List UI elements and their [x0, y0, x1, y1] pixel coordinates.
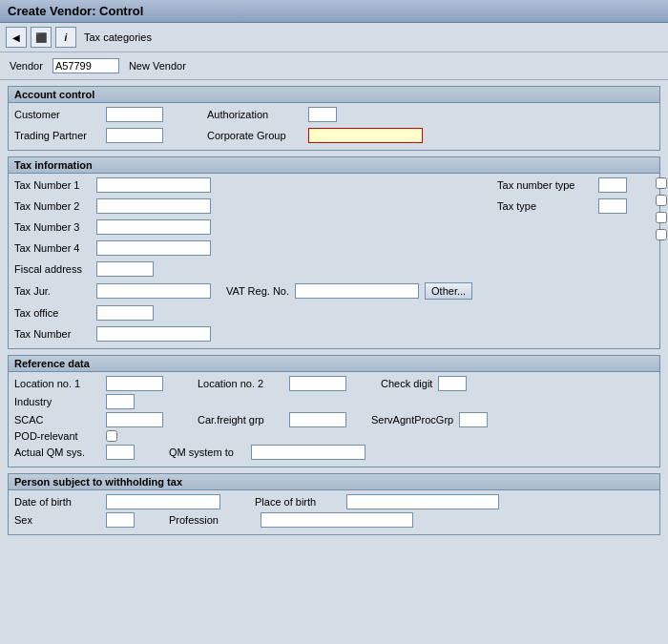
tax-type-input[interactable] [598, 198, 627, 214]
sex-label: Sex [14, 514, 100, 526]
withholding-tax-section: Person subject to withholding tax Date o… [8, 473, 660, 535]
industry-input[interactable] [106, 394, 135, 409]
tax-office-label: Tax office [14, 307, 91, 319]
reference-data-section: Reference data Location no. 1 Location n… [8, 355, 660, 467]
pod-relevant-checkbox[interactable] [106, 430, 117, 442]
toolbar: ◀ ⬛ i Tax categories [0, 23, 668, 52]
actual-qm-sys-input[interactable] [106, 445, 135, 460]
vat-reg-no-input[interactable] [295, 283, 419, 299]
vendor-description: New Vendor [129, 60, 186, 72]
location-no-1-label: Location no. 1 [14, 378, 100, 389]
vat-reg-no-label: VAT Reg. No. [226, 285, 289, 297]
equalizatn-tax-checkbox[interactable] [656, 177, 667, 189]
trading-partner-label: Trading Partner [14, 130, 100, 141]
tax-information-title: Tax information [9, 157, 659, 174]
tax-split-checkbox[interactable] [656, 229, 667, 240]
other-button[interactable]: Other... [425, 282, 472, 300]
sole-proprietr-checkbox[interactable] [656, 195, 667, 206]
back-button[interactable]: ◀ [6, 27, 27, 48]
authorization-input[interactable] [308, 107, 337, 122]
location-no-1-input[interactable] [106, 376, 163, 391]
location-no-2-label: Location no. 2 [198, 378, 283, 389]
sales-pur-tax-checkbox[interactable] [656, 212, 667, 223]
authorization-label: Authorization [207, 109, 303, 120]
copy-button[interactable]: ⬛ [31, 27, 52, 48]
tax-jur-label: Tax Jur. [14, 285, 91, 297]
serv-agnt-proc-grp-input[interactable] [459, 412, 488, 427]
tax-information-section: Tax information Tax Number 1 Tax Number … [8, 156, 660, 349]
industry-label: Industry [14, 396, 100, 407]
withholding-tax-title: Person subject to withholding tax [9, 474, 659, 490]
sex-input[interactable] [106, 512, 135, 528]
place-of-birth-input[interactable] [346, 494, 499, 509]
tax-type-label: Tax type [497, 200, 593, 212]
actual-qm-sys-label: Actual QM sys. [14, 447, 100, 458]
car-freight-grp-label: Car.freight grp [198, 414, 283, 426]
tax-number-label: Tax Number [14, 328, 91, 340]
check-digit-label: Check digit [381, 378, 432, 389]
tax-number-1-label: Tax Number 1 [14, 179, 91, 191]
profession-input[interactable] [261, 512, 413, 528]
tax-number-4-input[interactable] [96, 240, 211, 256]
tax-jur-input[interactable] [96, 283, 211, 299]
date-of-birth-input[interactable] [106, 494, 220, 509]
tax-number-4-label: Tax Number 4 [14, 242, 91, 254]
tax-number-3-label: Tax Number 3 [14, 221, 91, 233]
fiscal-address-input[interactable] [96, 261, 154, 277]
check-digit-input[interactable] [438, 376, 467, 391]
tax-office-input[interactable] [96, 305, 154, 321]
pod-relevant-label: POD-relevant [14, 430, 100, 442]
account-control-section: Account control Customer Trading Partner… [8, 86, 660, 151]
vendor-label: Vendor [10, 60, 43, 72]
tax-number-1-input[interactable] [96, 177, 211, 193]
title-bar: Create Vendor: Control [0, 0, 668, 23]
reference-data-title: Reference data [9, 356, 659, 372]
tax-number-input[interactable] [96, 326, 211, 342]
vendor-bar: Vendor New Vendor [0, 52, 668, 80]
date-of-birth-label: Date of birth [14, 496, 100, 508]
qm-system-to-label: QM system to [169, 447, 245, 458]
corporate-group-label: Corporate Group [207, 130, 303, 141]
tax-categories-label: Tax categories [84, 31, 152, 43]
page-title: Create Vendor: Control [8, 4, 143, 18]
tax-number-3-input[interactable] [96, 219, 211, 235]
location-no-2-input[interactable] [289, 376, 346, 391]
tax-number-2-label: Tax Number 2 [14, 200, 91, 212]
customer-label: Customer [14, 109, 100, 120]
place-of-birth-label: Place of birth [255, 496, 341, 508]
trading-partner-input[interactable] [106, 128, 163, 143]
tax-number-type-input[interactable] [598, 177, 627, 193]
info-button[interactable]: i [55, 27, 76, 48]
scac-input[interactable] [106, 412, 163, 427]
corporate-group-input[interactable] [308, 128, 423, 143]
car-freight-grp-input[interactable] [289, 412, 346, 427]
tax-number-2-input[interactable] [96, 198, 211, 214]
fiscal-address-label: Fiscal address [14, 263, 91, 275]
customer-input[interactable] [106, 107, 163, 122]
tax-number-type-label: Tax number type [497, 179, 593, 191]
scac-label: SCAC [14, 414, 100, 426]
serv-agnt-proc-grp-label: ServAgntProcGrp [371, 414, 453, 426]
vendor-id-field[interactable] [52, 58, 119, 73]
profession-label: Profession [169, 514, 255, 526]
account-control-title: Account control [9, 87, 659, 103]
qm-system-to-input[interactable] [251, 445, 365, 460]
